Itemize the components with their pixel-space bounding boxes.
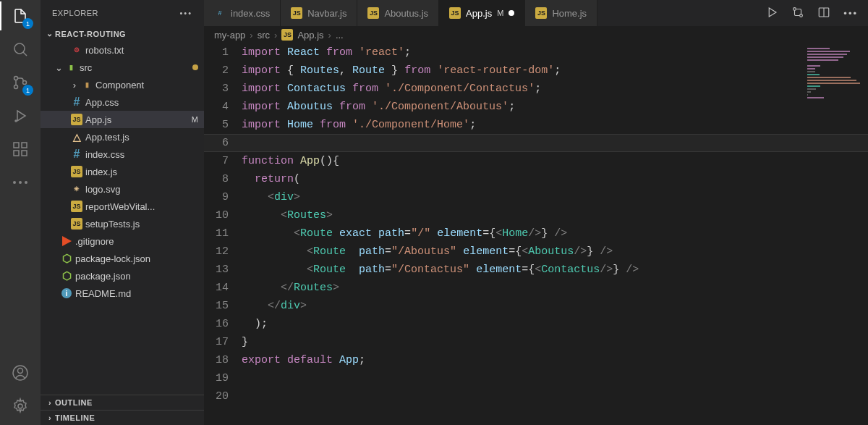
- md-icon: i: [59, 288, 74, 298]
- tree-file[interactable]: JSsetupTests.js: [41, 215, 204, 232]
- svg-point-16: [800, 14, 803, 17]
- test-icon: △: [69, 131, 84, 143]
- js-icon: JS: [69, 201, 84, 212]
- css-icon: #: [69, 96, 84, 108]
- source-control-icon[interactable]: 1: [10, 72, 30, 93]
- tree-file[interactable]: .gitignore: [41, 232, 204, 250]
- js-icon: JS: [69, 166, 84, 177]
- explorer-icon[interactable]: 1: [10, 6, 30, 26]
- js-icon: JS: [69, 218, 84, 230]
- svg-point-11: [25, 181, 27, 184]
- svg-point-4: [15, 120, 17, 122]
- tree-item-label: logo.svg: [85, 184, 198, 195]
- tree-item-label: setupTests.js: [85, 219, 198, 230]
- tab[interactable]: JSNavbar.js: [281, 0, 357, 26]
- js-icon: JS: [291, 7, 302, 19]
- tree-item-label: src: [80, 62, 192, 73]
- tree-file[interactable]: #App.css: [41, 93, 204, 111]
- tree-file[interactable]: JSreportWebVital...: [41, 198, 204, 215]
- svg-rect-6: [14, 151, 19, 156]
- tree-file[interactable]: ⚙robots.txt: [41, 41, 204, 59]
- svg-icon: ✳: [69, 183, 84, 195]
- run-icon[interactable]: [765, 6, 778, 21]
- git-modified-dot: [192, 64, 198, 70]
- js-icon: JS: [535, 7, 547, 19]
- split-editor-icon[interactable]: [817, 6, 830, 21]
- timeline-section[interactable]: › TIMELINE: [41, 410, 204, 425]
- sidebar-more-icon[interactable]: •••: [179, 9, 192, 17]
- settings-gear-icon[interactable]: [10, 396, 30, 416]
- tree-item-label: .gitignore: [75, 236, 198, 247]
- tree-item-label: README.md: [75, 288, 198, 299]
- dirty-indicator: [509, 10, 514, 16]
- tab[interactable]: JSApp.jsM: [439, 0, 525, 26]
- tree-file[interactable]: JSApp.jsM: [41, 111, 204, 128]
- svg-point-0: [14, 43, 25, 54]
- tree-file[interactable]: △App.test.js: [41, 128, 204, 146]
- js-icon: JS: [69, 114, 84, 125]
- scm-badge: 1: [22, 85, 33, 96]
- accounts-icon[interactable]: [10, 363, 30, 383]
- tab[interactable]: JSAboutus.js: [357, 0, 439, 26]
- svg-point-14: [18, 404, 22, 408]
- sidebar: EXPLORER ••• ⌄ REACT-ROUTING ⚙robots.txt…: [41, 0, 204, 425]
- line-gutter: 1234567891011121314151617181920: [204, 43, 242, 425]
- tree-file[interactable]: ✳logo.svg: [41, 180, 204, 198]
- tab-label: Aboutus.js: [384, 8, 428, 19]
- extensions-icon[interactable]: [10, 139, 30, 159]
- tab-label: Navbar.js: [307, 8, 346, 19]
- svg-rect-7: [22, 151, 27, 156]
- tree-item-label: package.json: [75, 271, 198, 282]
- chevron-down-icon: ⌄: [45, 29, 55, 38]
- more-icon[interactable]: [10, 172, 30, 193]
- npm-icon: ⬡: [59, 253, 74, 264]
- tab-label: index.css: [231, 8, 270, 19]
- tree-item-label: robots.txt: [85, 45, 198, 56]
- tree-file[interactable]: #index.css: [41, 146, 204, 163]
- tab[interactable]: #index.css: [204, 0, 281, 26]
- svg-point-15: [793, 7, 796, 10]
- js-icon: JS: [449, 7, 461, 19]
- gitignore-icon: [59, 236, 74, 246]
- tree-file[interactable]: ⬡package-lock.json: [41, 250, 204, 267]
- tree-file[interactable]: iREADME.md: [41, 285, 204, 302]
- tree-item-label: App.js: [85, 114, 187, 125]
- code-area[interactable]: import React from 'react';import { Route…: [242, 43, 803, 425]
- tree-folder[interactable]: ›▮Component: [41, 76, 204, 93]
- editor-group: #index.cssJSNavbar.jsJSAboutus.jsJSApp.j…: [204, 0, 868, 425]
- tab-more-icon[interactable]: •••: [843, 8, 858, 19]
- breadcrumb[interactable]: my-app› src› JS App.js› ...: [204, 26, 868, 43]
- chevron-icon: ⌄: [54, 62, 64, 73]
- outline-section[interactable]: › OUTLINE: [41, 395, 204, 410]
- editor[interactable]: 1234567891011121314151617181920 import R…: [204, 43, 868, 425]
- svg-rect-8: [22, 143, 27, 148]
- svg-point-3: [23, 81, 27, 85]
- sidebar-title: EXPLORER •••: [41, 0, 204, 26]
- folder-src-icon: ▮: [64, 62, 78, 73]
- tree-item-label: package-lock.json: [75, 253, 198, 264]
- tab[interactable]: JSHome.js: [525, 0, 597, 26]
- js-icon: JS: [367, 7, 379, 19]
- diff-icon[interactable]: [791, 6, 804, 21]
- css-icon: #: [214, 7, 226, 19]
- tab-label: Home.js: [552, 8, 587, 19]
- search-icon[interactable]: [10, 39, 30, 59]
- js-icon: JS: [281, 29, 293, 41]
- chevron-right-icon: ›: [45, 413, 55, 422]
- tree-item-label: index.css: [85, 149, 198, 160]
- svg-point-1: [14, 77, 18, 80]
- minimap[interactable]: [803, 43, 868, 425]
- folder-icon: ▮: [80, 79, 94, 91]
- tree-file[interactable]: ⬡package.json: [41, 267, 204, 285]
- css-icon: #: [69, 148, 84, 160]
- modified-indicator: M: [497, 9, 503, 17]
- tree-item-label: App.css: [85, 97, 198, 108]
- tab-bar: #index.cssJSNavbar.jsJSAboutus.jsJSApp.j…: [204, 0, 868, 26]
- tab-label: App.js: [466, 8, 492, 19]
- tree-folder[interactable]: ⌄▮src: [41, 59, 204, 76]
- workspace-header[interactable]: ⌄ REACT-ROUTING: [41, 26, 204, 41]
- run-debug-icon[interactable]: [10, 106, 30, 126]
- svg-point-9: [13, 181, 16, 184]
- tree-file[interactable]: JSindex.js: [41, 163, 204, 180]
- svg-point-10: [19, 181, 22, 184]
